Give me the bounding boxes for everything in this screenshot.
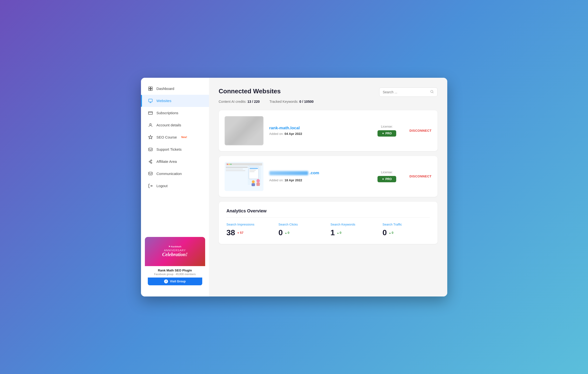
sidebar-item-websites[interactable]: Websites: [141, 95, 209, 107]
ai-credits-value: 13 / 220: [247, 100, 260, 104]
license-section-2: License: ✦ PRO: [372, 170, 401, 182]
analytics-impressions-value: 38: [227, 228, 235, 237]
sidebar-item-logout[interactable]: Logout: [141, 180, 209, 192]
analytics-clicks-value: 0: [279, 228, 283, 237]
dashboard-icon: [148, 86, 153, 91]
svg-point-12: [229, 164, 230, 165]
site-added-2: Added on: 18 Apr 2022: [269, 178, 367, 182]
sidebar-item-seo-course[interactable]: SEO Course New!: [141, 131, 209, 143]
analytics-clicks-change: 0: [285, 231, 289, 235]
seo-course-icon: [148, 135, 153, 140]
analytics-keywords-change-value: 0: [340, 231, 341, 235]
site-name-blur-2: [269, 171, 308, 175]
search-box: [379, 87, 438, 97]
sidebar-item-support-label: Support Tickets: [157, 147, 182, 151]
promo-image: ⚑ RankMath ANNIVERSARY Celebration!: [145, 237, 205, 266]
analytics-impressions-label: Search Impressions: [227, 223, 274, 226]
search-input[interactable]: [383, 90, 428, 94]
pro-badge-1: ✦ PRO: [378, 130, 396, 136]
site-info-1: rank-math.local Added on: 04 Apr 2022: [269, 126, 367, 135]
analytics-traffic-value: 0: [383, 228, 387, 237]
disconnect-button-1[interactable]: DISCONNECT: [407, 129, 432, 133]
sidebar-item-subscriptions[interactable]: Subscriptions: [141, 107, 209, 119]
site-name-1[interactable]: rank-math.local: [269, 126, 367, 131]
site-added-date-1: 04 Apr 2022: [284, 132, 302, 135]
analytics-grid: Search Impressions 38 57 Search Clicks 0: [227, 223, 430, 237]
up-arrow-icon-clicks: [285, 231, 287, 235]
analytics-title: Analytics Overview: [227, 208, 430, 218]
svg-rect-19: [250, 168, 258, 169]
sidebar-item-logout-label: Logout: [157, 184, 168, 188]
promo-info: Rank Math SEO Plugin Facebook group · 49…: [145, 266, 205, 287]
facebook-icon: f: [164, 280, 168, 283]
analytics-traffic: Search Traffic 0 0: [383, 223, 430, 237]
svg-point-24: [256, 179, 260, 183]
thumb-blur-1: [225, 116, 263, 145]
page-title: Connected Websites: [219, 87, 281, 95]
account-icon: [148, 123, 153, 128]
up-arrow-icon-traffic: [389, 231, 391, 235]
affiliate-icon: [148, 159, 153, 164]
sidebar-item-dashboard[interactable]: Dashboard: [141, 83, 209, 95]
sidebar-item-websites-label: Websites: [157, 99, 171, 103]
svg-point-22: [252, 180, 255, 183]
sidebar-item-affiliate[interactable]: Affiliate Area: [141, 156, 209, 168]
search-icon: [430, 90, 434, 94]
svg-rect-21: [250, 171, 254, 172]
svg-point-8: [430, 90, 433, 92]
ai-credits-label: Content AI credits:: [219, 100, 246, 104]
site-added-1: Added on: 04 Apr 2022: [269, 132, 367, 135]
analytics-impressions-change: 57: [237, 231, 243, 235]
sidebar-item-support[interactable]: Support Tickets: [141, 143, 209, 156]
analytics-clicks-change-value: 0: [288, 231, 289, 235]
sidebar-item-affiliate-label: Affiliate Area: [157, 159, 177, 164]
site-info-2: .com Added on: 18 Apr 2022: [269, 171, 367, 182]
sidebar-item-communication[interactable]: Communication: [141, 168, 209, 180]
sidebar-item-account-label: Account details: [157, 123, 181, 127]
disconnect-button-2[interactable]: DISCONNECT: [407, 175, 432, 178]
svg-rect-1: [148, 112, 152, 114]
promo-title: Rank Math SEO Plugin: [148, 269, 202, 272]
analytics-impressions-change-value: 57: [240, 231, 243, 235]
promo-card: ⚑ RankMath ANNIVERSARY Celebration! Rank…: [145, 237, 205, 287]
svg-point-11: [227, 164, 228, 165]
promo-subtitle: Facebook group · 49,800 members: [148, 273, 202, 276]
visit-group-label: Visit Group: [170, 280, 186, 283]
license-section-1: License: ✦ PRO: [372, 125, 401, 136]
down-arrow-icon: [237, 231, 240, 235]
website-card-2: .com Added on: 18 Apr 2022 License: ✦ PR…: [219, 156, 438, 197]
up-arrow-icon-keywords: [337, 231, 339, 235]
site-thumbnail-2: [225, 162, 263, 191]
license-label-1: License:: [381, 125, 393, 128]
support-icon: [148, 147, 153, 152]
site-added-label-2: Added on:: [269, 178, 284, 182]
svg-rect-20: [250, 170, 256, 171]
sidebar-item-communication-label: Communication: [157, 172, 182, 176]
website-card-1: rank-math.local Added on: 04 Apr 2022 Li…: [219, 110, 438, 151]
site-thumbnail-1: [225, 116, 263, 145]
svg-point-5: [150, 160, 152, 161]
analytics-clicks-value-row: 0 0: [279, 228, 326, 237]
websites-icon: [148, 98, 153, 104]
analytics-traffic-label: Search Traffic: [383, 223, 430, 226]
ai-credits: Content AI credits: 13 / 220: [219, 100, 260, 104]
license-label-2: License:: [381, 170, 393, 174]
communication-icon: [148, 171, 153, 177]
svg-point-4: [149, 161, 150, 162]
promo-anniversary: ANNIVERSARY: [164, 249, 186, 252]
site-added-date-2: 18 Apr 2022: [284, 178, 302, 182]
logout-icon: [148, 183, 153, 188]
site-added-label-1: Added on:: [269, 132, 284, 135]
analytics-keywords-value: 1: [331, 228, 335, 237]
svg-rect-14: [226, 167, 248, 168]
visit-group-button[interactable]: f Visit Group: [148, 278, 202, 285]
analytics-section: Analytics Overview Search Impressions 38…: [219, 202, 438, 244]
svg-point-13: [230, 164, 231, 165]
svg-rect-15: [226, 169, 243, 169]
promo-celebration: Celebration!: [162, 252, 187, 257]
tracked-keywords-value: 0 / 10500: [299, 100, 314, 104]
sidebar-item-dashboard-label: Dashboard: [157, 86, 174, 91]
sidebar-item-account[interactable]: Account details: [141, 119, 209, 131]
site-name-2[interactable]: .com: [310, 171, 319, 176]
credits-row: Content AI credits: 13 / 220 Tracked Key…: [219, 100, 438, 104]
